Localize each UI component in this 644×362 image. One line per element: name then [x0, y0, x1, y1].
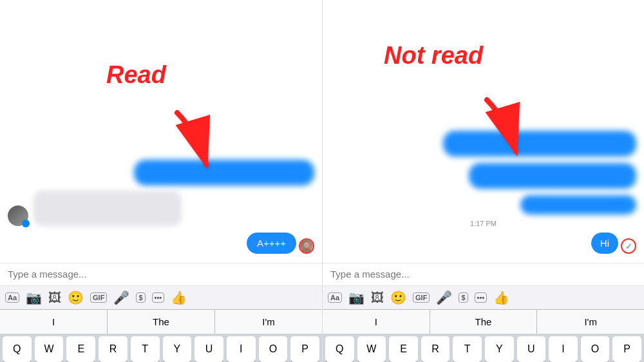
right-chat-area: Not read 1:17 PM Hi ✓: [323, 0, 644, 263]
read-arrow: [158, 106, 222, 180]
toolbar-image-left[interactable]: 🖼: [48, 291, 61, 305]
right-suggestions: I The I'm: [323, 309, 644, 334]
key-o-left[interactable]: O: [259, 336, 288, 362]
toolbar-gif-left[interactable]: GIF: [90, 292, 107, 303]
left-panel: Read A++++: [0, 0, 322, 362]
received-row: [8, 191, 182, 226]
last-message-row-right: Hi ✓: [330, 233, 636, 254]
last-message-row-left: A++++: [8, 233, 314, 254]
toolbar-dollar-left[interactable]: $: [136, 292, 145, 303]
toolbar-camera-left[interactable]: 📷: [26, 290, 42, 305]
key-p-right[interactable]: P: [612, 336, 641, 362]
toolbar-camera-right[interactable]: 📷: [348, 290, 365, 305]
check-icon: ✓: [625, 242, 632, 251]
toolbar-aa-left[interactable]: Aa: [5, 292, 19, 303]
right-message-input[interactable]: [330, 269, 636, 280]
key-p-left[interactable]: P: [290, 336, 319, 362]
key-w-right[interactable]: W: [357, 336, 386, 362]
toolbar-dollar-right[interactable]: $: [459, 292, 468, 303]
right-type-area: [323, 263, 644, 285]
suggestion-the-left[interactable]: The: [108, 310, 215, 334]
right-panel: Not read 1:17 PM Hi ✓: [322, 0, 644, 362]
svg-point-1: [304, 242, 309, 247]
right-key-row: Q W E R T Y U I O P: [323, 334, 644, 362]
key-q-left[interactable]: Q: [3, 336, 32, 362]
toolbar-more-right[interactable]: •••: [475, 292, 488, 303]
toolbar-emoji-left[interactable]: 🙂: [68, 290, 84, 305]
left-type-area: [0, 263, 322, 285]
toolbar-aa-right[interactable]: Aa: [328, 292, 342, 303]
key-e-left[interactable]: E: [66, 336, 95, 362]
read-annotation: Read: [106, 61, 166, 89]
suggestion-i-left[interactable]: I: [0, 310, 108, 334]
key-i-right[interactable]: I: [549, 336, 578, 362]
toolbar-gif-right[interactable]: GIF: [413, 292, 430, 303]
blurred-received-1: [33, 191, 182, 226]
left-chat-area: Read A++++: [0, 0, 322, 263]
suggestion-im-right[interactable]: I'm: [537, 310, 644, 334]
toolbar-like-right[interactable]: 👍: [493, 290, 509, 305]
key-t-right[interactable]: T: [453, 336, 482, 362]
receipt-avatar-img: [300, 240, 313, 252]
key-w-left[interactable]: W: [35, 336, 64, 362]
right-keyboard: Q W E R T Y U I O P: [323, 334, 644, 362]
toolbar-image-right[interactable]: 🖼: [371, 291, 384, 305]
key-t-left[interactable]: T: [131, 336, 160, 362]
key-y-right[interactable]: Y: [485, 336, 514, 362]
blurred-sent-right-2: [469, 163, 636, 189]
right-timestamp: 1:17 PM: [330, 220, 636, 227]
suggestion-i-right[interactable]: I: [323, 310, 430, 334]
key-r-left[interactable]: R: [99, 336, 128, 362]
sent-bubble-right: Hi: [591, 233, 618, 254]
sent-bubble-left: A++++: [247, 233, 296, 254]
key-u-left[interactable]: U: [194, 336, 223, 362]
right-toolbar: Aa 📷 🖼 🙂 GIF 🎤 $ ••• 👍: [323, 285, 644, 309]
not-read-arrow: [468, 93, 532, 167]
left-message-input[interactable]: [8, 269, 314, 280]
key-r-right[interactable]: R: [421, 336, 450, 362]
toolbar-mic-right[interactable]: 🎤: [436, 290, 452, 305]
not-read-annotation: Not read: [384, 42, 483, 70]
avatar: [8, 205, 28, 226]
left-suggestions: I The I'm: [0, 309, 322, 334]
left-toolbar: Aa 📷 🖼 🙂 GIF 🎤 $ ••• 👍: [0, 285, 322, 309]
svg-point-2: [302, 248, 311, 252]
key-e-right[interactable]: E: [389, 336, 418, 362]
key-q-right[interactable]: Q: [325, 336, 354, 362]
check-receipt: ✓: [621, 238, 636, 254]
left-keyboard: Q W E R T Y U I O P: [0, 334, 322, 362]
key-u-right[interactable]: U: [517, 336, 546, 362]
messenger-badge: [22, 220, 30, 227]
toolbar-emoji-right[interactable]: 🙂: [390, 290, 406, 305]
key-i-left[interactable]: I: [227, 336, 256, 362]
blurred-sent-right-3: [520, 195, 636, 214]
key-y-left[interactable]: Y: [163, 336, 192, 362]
read-receipt-avatar: [299, 238, 314, 254]
toolbar-like-left[interactable]: 👍: [171, 290, 187, 305]
suggestion-im-left[interactable]: I'm: [215, 310, 322, 334]
toolbar-mic-left[interactable]: 🎤: [113, 290, 129, 305]
left-key-row: Q W E R T Y U I O P: [0, 334, 322, 362]
suggestion-the-right[interactable]: The: [430, 310, 538, 334]
toolbar-more-left[interactable]: •••: [152, 292, 165, 303]
key-o-right[interactable]: O: [581, 336, 610, 362]
